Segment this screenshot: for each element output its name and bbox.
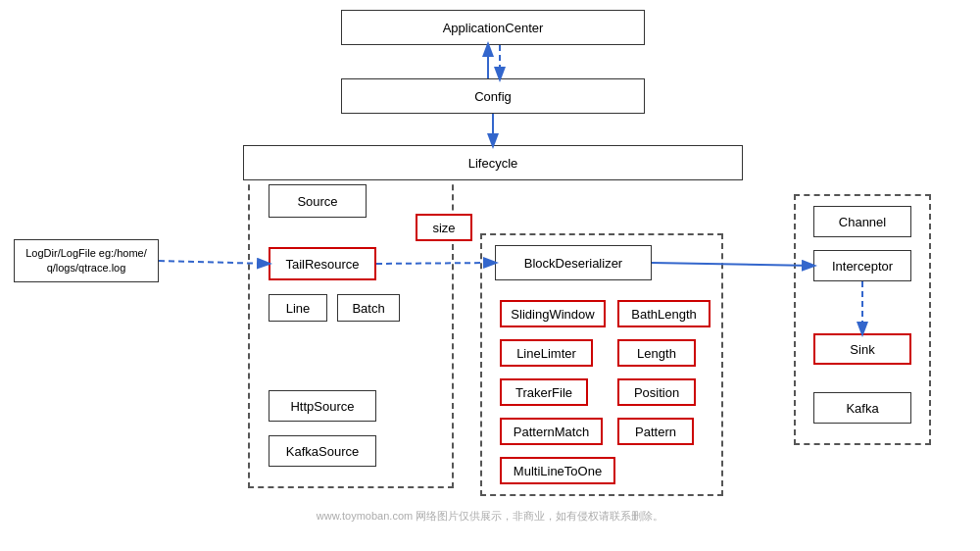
sliding-window-box: SlidingWindow [500, 300, 606, 327]
line-box: Line [269, 294, 327, 322]
tail-resource-box: TailResource [269, 247, 376, 280]
multi-line-to-one-box: MultiLineToOne [500, 457, 615, 484]
sink-box: Sink [813, 333, 911, 365]
line-limter-box: LineLimter [500, 339, 593, 367]
application-center-box: ApplicationCenter [341, 10, 645, 45]
kafka-box: Kafka [813, 392, 911, 424]
log-dir-box: LogDir/LogFile eg:/home/ q/logs/qtrace.l… [14, 239, 159, 282]
traker-file-box: TrakerFile [500, 378, 588, 406]
position-box: Position [617, 378, 696, 406]
config-box: Config [341, 78, 645, 114]
interceptor-box: Interceptor [813, 250, 911, 281]
size-box: size [416, 214, 472, 241]
pattern-box: Pattern [617, 418, 694, 445]
lifecycle-box: Lifecycle [243, 145, 743, 180]
source-box: Source [269, 184, 367, 218]
bath-length-box: BathLength [617, 300, 710, 327]
kafka-source-box: KafkaSource [269, 435, 376, 467]
pattern-match-box: PatternMatch [500, 418, 603, 445]
block-deserializer-box: BlockDeserializer [495, 245, 652, 280]
length-box: Length [617, 339, 696, 367]
watermark: www.toymoban.com 网络图片仅供展示，非商业，如有侵权请联系删除。 [0, 507, 980, 526]
http-source-box: HttpSource [269, 390, 376, 422]
channel-box: Channel [813, 206, 911, 237]
diagram: ApplicationCenter Config Lifecycle Sourc… [0, 0, 980, 529]
batch-box: Batch [337, 294, 400, 322]
